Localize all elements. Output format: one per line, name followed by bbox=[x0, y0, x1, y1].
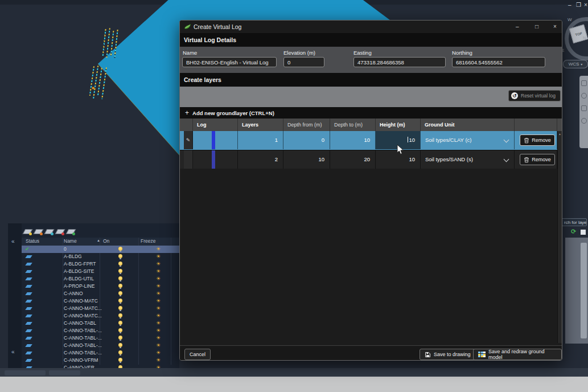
cell-layers[interactable]: 1 bbox=[238, 131, 283, 149]
app-restore-button[interactable]: ❐ bbox=[576, 2, 581, 8]
layer-freeze-icon[interactable]: ☀ bbox=[156, 349, 161, 357]
cell-depth_to[interactable]: 10 bbox=[330, 131, 376, 149]
set-current-layer-icon[interactable] bbox=[67, 228, 75, 235]
save-and-redraw-button[interactable]: Save and redraw ground model bbox=[473, 349, 562, 360]
layer-on-icon[interactable] bbox=[118, 262, 122, 266]
layer-row[interactable]: C-ANNO-MATC☀ bbox=[22, 297, 179, 305]
layer-row[interactable]: A-BLDG-SITE☀ bbox=[22, 268, 179, 275]
layer-freeze-icon[interactable]: ☀ bbox=[156, 305, 161, 312]
layer-freeze-icon[interactable]: ☀ bbox=[156, 320, 161, 327]
reset-virtual-log-button[interactable]: ↺ Reset virtual log bbox=[508, 90, 561, 101]
layer-freeze-icon[interactable]: ☀ bbox=[156, 260, 161, 268]
layer-row[interactable]: C-ANNO-TABL-...☀ bbox=[22, 349, 179, 357]
layer-freeze-icon[interactable]: ☀ bbox=[156, 275, 161, 283]
cell-indicator[interactable] bbox=[184, 150, 193, 169]
layer-name[interactable]: 0 bbox=[64, 246, 67, 252]
layer-on-icon[interactable] bbox=[118, 336, 122, 340]
name-input[interactable]: BH02-ENISO-English - Virtual Log bbox=[182, 57, 277, 67]
layer-on-icon[interactable] bbox=[118, 306, 122, 310]
layer-name[interactable]: C-ANNO-TABL-... bbox=[64, 342, 102, 348]
layer-row[interactable]: C-ANNO☀ bbox=[22, 290, 179, 297]
layer-name[interactable]: A-BLDG-UTIL bbox=[64, 276, 94, 281]
grid-col-log[interactable]: Log bbox=[193, 119, 238, 131]
layer-freeze-icon[interactable]: ☀ bbox=[156, 297, 161, 305]
new-layer-icon[interactable] bbox=[23, 228, 31, 235]
layer-row[interactable]: C-ANNO-VFRM☀ bbox=[22, 357, 179, 364]
col-on-label[interactable]: On bbox=[103, 238, 109, 244]
dialog-close-button[interactable]: × bbox=[553, 23, 557, 30]
drawing-tab[interactable] bbox=[5, 370, 46, 375]
layer-name[interactable]: C-ANNO bbox=[64, 291, 83, 296]
nav-orbit-icon[interactable] bbox=[581, 93, 587, 99]
chevron-down-icon[interactable] bbox=[504, 157, 509, 162]
grid-col-action[interactable] bbox=[515, 119, 557, 131]
layer-name[interactable]: C-ANNO-TABL-... bbox=[64, 328, 102, 333]
layer-on-icon[interactable] bbox=[118, 299, 122, 303]
layer-name[interactable]: C-ANNO-TABL-... bbox=[64, 335, 102, 341]
cell-depth_from[interactable]: 10 bbox=[283, 150, 330, 169]
groundlayer-row[interactable]: 2102010Soil types/SAND (s)Remove bbox=[180, 150, 562, 170]
layer-freeze-icon[interactable]: ☀ bbox=[156, 253, 161, 260]
layer-row[interactable]: A-BLDG-UTIL☀ bbox=[22, 275, 179, 283]
col-name-label[interactable]: Name bbox=[64, 238, 77, 244]
layer-freeze-icon[interactable]: ☀ bbox=[156, 268, 161, 275]
palette-collapse-button[interactable]: « bbox=[11, 238, 15, 244]
layer-on-icon[interactable] bbox=[118, 269, 122, 273]
cell-depth_to[interactable]: 20 bbox=[330, 150, 376, 169]
layer-row[interactable]: A-BLDG☀ bbox=[22, 253, 179, 260]
cell-layers[interactable]: 2 bbox=[238, 150, 283, 169]
grid-col-depth_to[interactable]: Depth to (m) bbox=[330, 119, 376, 131]
layer-on-icon[interactable] bbox=[118, 276, 122, 280]
delete-layer-icon[interactable] bbox=[56, 228, 64, 235]
layer-on-icon[interactable] bbox=[118, 328, 122, 332]
cell-action[interactable]: Remove bbox=[515, 131, 557, 149]
layer-freeze-icon[interactable]: ☀ bbox=[156, 246, 161, 253]
layer-name[interactable]: C-ANNO-TABL-... bbox=[64, 350, 102, 356]
add-groundlayer-button[interactable]: + Add new groundlayer (CTRL+N) bbox=[180, 107, 562, 119]
save-to-drawing-button[interactable]: Save to drawing bbox=[420, 349, 476, 360]
new-layer-vp-icon[interactable] bbox=[45, 228, 53, 235]
grid-col-indicator[interactable] bbox=[184, 119, 193, 131]
nav-steering-icon[interactable] bbox=[581, 118, 587, 124]
palette-collapse-button-2[interactable]: « bbox=[11, 349, 15, 355]
drawing-tab-2[interactable] bbox=[49, 370, 80, 375]
layer-row[interactable]: C-ANNO-TABL-...☀ bbox=[22, 327, 179, 334]
layer-name[interactable]: A-PROP-LINE bbox=[64, 283, 94, 289]
palette-title-bar[interactable] bbox=[8, 223, 22, 369]
panel-corner-icon[interactable] bbox=[581, 230, 586, 235]
layer-name[interactable]: C-ANNO-VFRM bbox=[64, 357, 98, 363]
scroll-up-icon[interactable]: ▲ bbox=[558, 132, 561, 136]
layer-on-icon[interactable] bbox=[118, 254, 122, 258]
northing-input[interactable]: 6816604.54555562 bbox=[452, 57, 545, 67]
col-freeze-label[interactable]: Freeze bbox=[141, 238, 155, 244]
layer-name[interactable]: A-BLDG bbox=[64, 254, 82, 259]
cell-indicator[interactable]: ✎ bbox=[184, 131, 193, 149]
grid-col-depth_from[interactable]: Depth from (m) bbox=[283, 119, 330, 131]
col-status-label[interactable]: Status bbox=[26, 238, 39, 244]
cell-log[interactable] bbox=[193, 150, 238, 169]
layer-row[interactable]: C-ANNO-TABL-...☀ bbox=[22, 334, 179, 342]
nav-zoom-icon[interactable] bbox=[581, 105, 587, 111]
layer-on-icon[interactable] bbox=[118, 247, 122, 251]
layer-row[interactable]: C-ANNO-MATC...☀ bbox=[22, 312, 179, 320]
layer-row[interactable]: A-BLDG-FPRT☀ bbox=[22, 260, 179, 268]
cell-action[interactable]: Remove bbox=[515, 150, 557, 169]
cell-log[interactable] bbox=[193, 131, 238, 149]
new-layer-sheet-icon[interactable] bbox=[34, 228, 42, 235]
layer-freeze-icon[interactable]: ☀ bbox=[156, 334, 161, 342]
layer-on-icon[interactable] bbox=[118, 350, 122, 354]
layer-name[interactable]: C-ANNO-MATC... bbox=[64, 313, 102, 318]
remove-row-button[interactable]: Remove bbox=[520, 134, 555, 146]
layer-name[interactable]: C-ANNO-MATC... bbox=[64, 305, 102, 311]
layer-on-icon[interactable] bbox=[118, 321, 122, 325]
layer-name[interactable]: A-BLDG-SITE bbox=[64, 268, 94, 274]
layer-freeze-icon[interactable]: ☀ bbox=[156, 327, 161, 334]
ground-unit-value[interactable]: Soil types/CLAY (c) bbox=[425, 131, 471, 149]
layer-name[interactable]: C-ANNO-MATC bbox=[64, 298, 98, 304]
layer-on-icon[interactable] bbox=[118, 343, 122, 347]
layer-on-icon[interactable] bbox=[118, 291, 122, 295]
cell-ground_unit[interactable]: Soil types/SAND (s) bbox=[421, 150, 515, 169]
cell-depth_from[interactable]: 0 bbox=[283, 131, 330, 149]
grid-col-ground_unit[interactable]: Ground Unit bbox=[421, 119, 515, 131]
layer-row[interactable]: C-ANNO-TABL☀ bbox=[22, 320, 179, 327]
